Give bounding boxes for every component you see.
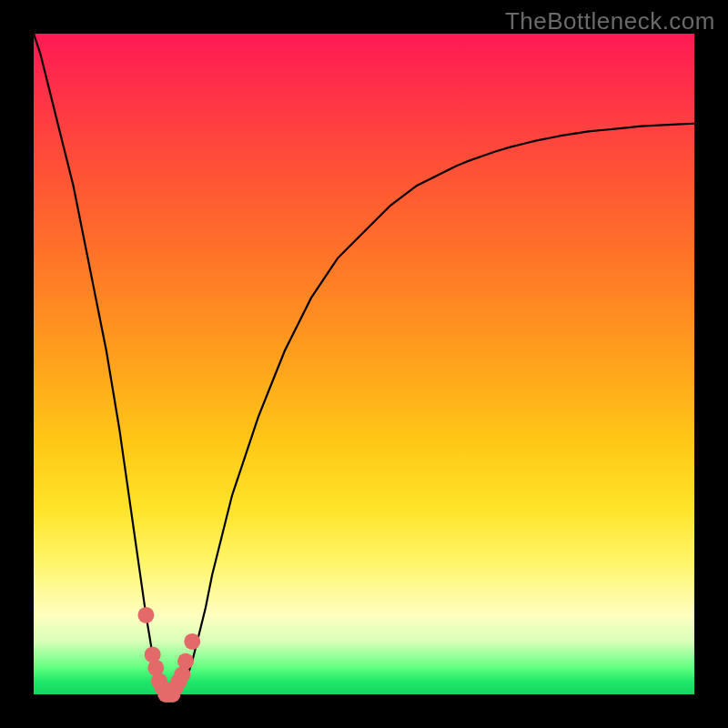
watermark-text: TheBottleneck.com (505, 7, 715, 35)
page-frame: TheBottleneck.com (0, 0, 728, 728)
curve-marker (137, 607, 154, 623)
chart-plot-area (34, 34, 694, 694)
curve-marker (184, 633, 200, 650)
curve-marker (177, 653, 194, 670)
chart-svg (34, 34, 694, 694)
marker-group (137, 607, 200, 703)
bottleneck-curve (34, 34, 694, 694)
